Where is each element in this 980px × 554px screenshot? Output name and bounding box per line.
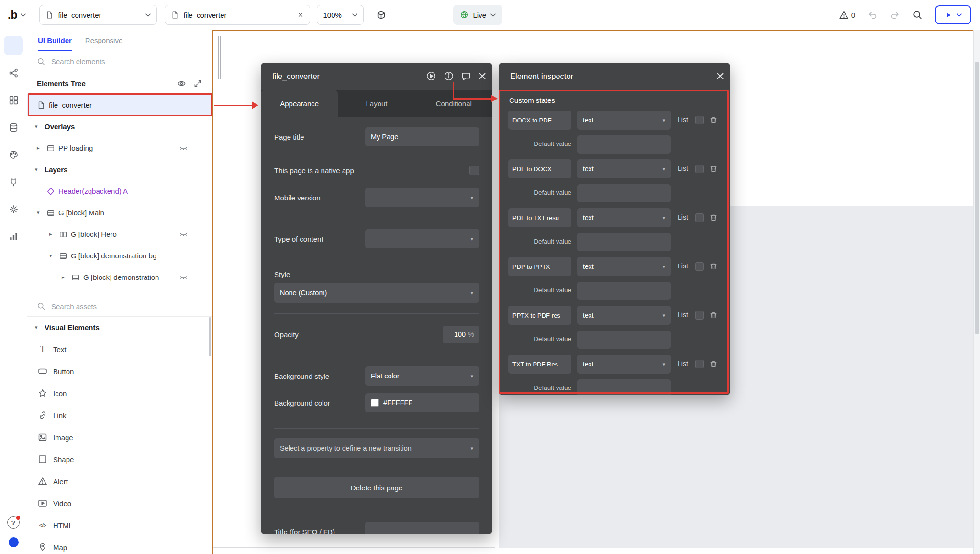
- issues-indicator[interactable]: 0: [839, 10, 855, 20]
- native-app-checkbox[interactable]: [469, 166, 479, 175]
- state-name-input[interactable]: PDF to TXT resu: [508, 208, 571, 227]
- palette-item-shape[interactable]: Shape: [27, 448, 212, 470]
- default-value-input[interactable]: [577, 135, 671, 154]
- rail-plugins-button[interactable]: [4, 172, 23, 191]
- app-logo-menu[interactable]: .b: [8, 9, 26, 22]
- palette-item-map[interactable]: Map: [27, 536, 212, 554]
- palette-item-html[interactable]: </>HTML: [27, 514, 212, 536]
- palette-item-alert[interactable]: Alert: [27, 470, 212, 492]
- tree-item-g-block-demonstration[interactable]: ▸G [block] demonstration: [27, 266, 212, 288]
- page-title-input[interactable]: My Page: [365, 127, 479, 146]
- trash-icon[interactable]: [709, 311, 718, 320]
- default-value-input[interactable]: [577, 379, 671, 395]
- state-name-input[interactable]: TXT to PDF Res: [508, 355, 571, 374]
- seo-title-input[interactable]: [365, 522, 479, 534]
- redo-icon[interactable]: [890, 10, 900, 20]
- explorer-scrollbar-thumb[interactable]: [209, 317, 211, 356]
- canvas-scrollbar[interactable]: [973, 30, 980, 554]
- rail-workflow-button[interactable]: [4, 63, 23, 82]
- page-margin-marker[interactable]: [218, 36, 219, 79]
- trash-icon[interactable]: [709, 360, 718, 368]
- rail-design-button[interactable]: [4, 36, 23, 55]
- tab-appearance[interactable]: Appearance: [261, 90, 338, 117]
- expand-arrow-icon[interactable]: ▸: [49, 231, 59, 237]
- close-icon[interactable]: [477, 71, 488, 81]
- expand-arrow-icon[interactable]: ▾: [49, 253, 59, 259]
- rail-styles-button[interactable]: [4, 145, 23, 164]
- background-color-input[interactable]: #FFFFFF: [365, 393, 479, 412]
- status-indicator[interactable]: [9, 537, 19, 547]
- state-type-select[interactable]: text▾: [577, 159, 671, 178]
- trash-icon[interactable]: [709, 213, 718, 222]
- color-swatch[interactable]: [371, 399, 379, 407]
- expand-arrow-icon[interactable]: ▸: [62, 274, 71, 280]
- canvas-scrollbar-thumb[interactable]: [975, 62, 979, 334]
- rail-settings-button[interactable]: [4, 199, 23, 219]
- eye-icon[interactable]: [177, 79, 186, 88]
- help-button[interactable]: ?: [7, 516, 20, 529]
- undo-icon[interactable]: [868, 10, 878, 20]
- search-elements-input[interactable]: [50, 57, 202, 66]
- state-name-input[interactable]: DOCX to PDF: [508, 111, 571, 130]
- tab-responsive[interactable]: Responsive: [85, 30, 122, 51]
- delete-page-button[interactable]: Delete this page: [274, 477, 479, 498]
- trash-icon[interactable]: [709, 165, 718, 173]
- preview-button[interactable]: [935, 5, 971, 24]
- tree-item-overlays[interactable]: ▾Overlays: [27, 116, 212, 137]
- state-name-input[interactable]: PPTX to PDF res: [508, 306, 571, 325]
- search-elements-box[interactable]: [27, 51, 212, 72]
- rail-logs-button[interactable]: [4, 227, 23, 246]
- trash-icon[interactable]: [709, 262, 718, 271]
- visual-elements-section[interactable]: ▾ Visual Elements: [27, 317, 212, 338]
- tree-item-header-zqbackend-a[interactable]: Header(zqbackend) A: [27, 180, 212, 202]
- default-value-input[interactable]: [577, 282, 671, 300]
- tab-conditional[interactable]: Conditional: [415, 90, 492, 117]
- palette-item-link[interactable]: Link: [27, 404, 212, 426]
- tree-item-g-block-main[interactable]: ▾G [block] Main: [27, 202, 212, 223]
- state-name-input[interactable]: PDF to DOCX: [508, 159, 571, 178]
- preview-circle-icon[interactable]: [426, 71, 436, 81]
- default-value-input[interactable]: [577, 233, 671, 251]
- mobile-version-select[interactable]: ▾: [365, 188, 479, 207]
- list-checkbox[interactable]: [695, 311, 704, 320]
- palette-item-icon[interactable]: Icon: [27, 382, 212, 404]
- state-type-select[interactable]: text▾: [577, 257, 671, 276]
- close-tab-icon[interactable]: [297, 11, 304, 18]
- tree-item-layers[interactable]: ▾Layers: [27, 159, 212, 180]
- state-type-select[interactable]: text▾: [577, 355, 671, 374]
- palette-item-button[interactable]: Button: [27, 360, 212, 382]
- version-cube-icon[interactable]: [376, 10, 386, 20]
- tree-item-pp-loading[interactable]: ▸PP loading: [27, 137, 212, 159]
- state-name-input[interactable]: PDP to PPTX: [508, 257, 571, 276]
- style-select[interactable]: None (Custom) ▾: [274, 283, 479, 303]
- type-of-content-select[interactable]: ▾: [365, 229, 479, 248]
- rail-components-button[interactable]: [4, 90, 23, 110]
- rail-data-button[interactable]: [4, 118, 23, 137]
- zoom-dropdown[interactable]: 100%: [317, 5, 364, 25]
- list-checkbox[interactable]: [695, 165, 704, 173]
- palette-item-image[interactable]: Image: [27, 426, 212, 448]
- state-type-select[interactable]: text▾: [577, 208, 671, 227]
- expand-arrow-icon[interactable]: ▾: [35, 123, 45, 130]
- list-checkbox[interactable]: [695, 213, 704, 222]
- expand-arrow-icon[interactable]: ▾: [37, 210, 46, 216]
- search-assets-input[interactable]: [50, 302, 202, 311]
- live-environment-dropdown[interactable]: Live: [453, 5, 502, 25]
- page-selector-dropdown[interactable]: file_converter: [39, 5, 157, 25]
- page-margin-marker[interactable]: [220, 36, 221, 79]
- default-value-input[interactable]: [577, 184, 671, 202]
- background-style-select[interactable]: Flat color ▾: [365, 366, 479, 386]
- open-page-tab[interactable]: file_converter: [165, 5, 310, 25]
- comment-icon[interactable]: [461, 71, 471, 81]
- search-assets-box[interactable]: [27, 296, 212, 317]
- transition-select[interactable]: Select a property to define a new transi…: [274, 438, 479, 458]
- tab-ui-builder[interactable]: UI Builder: [38, 30, 72, 51]
- expand-arrow-icon[interactable]: ▾: [35, 324, 45, 331]
- tree-item-file-converter[interactable]: file_converter: [27, 94, 212, 116]
- expand-arrow-icon[interactable]: ▸: [37, 145, 46, 151]
- trash-icon[interactable]: [709, 116, 718, 124]
- page-bottom-boundary[interactable]: [213, 547, 495, 548]
- tree-item-g-block-demonstration-bg[interactable]: ▾G [block] demonstration bg: [27, 245, 212, 266]
- state-type-select[interactable]: text▾: [577, 111, 671, 130]
- palette-item-text[interactable]: TText: [27, 338, 212, 360]
